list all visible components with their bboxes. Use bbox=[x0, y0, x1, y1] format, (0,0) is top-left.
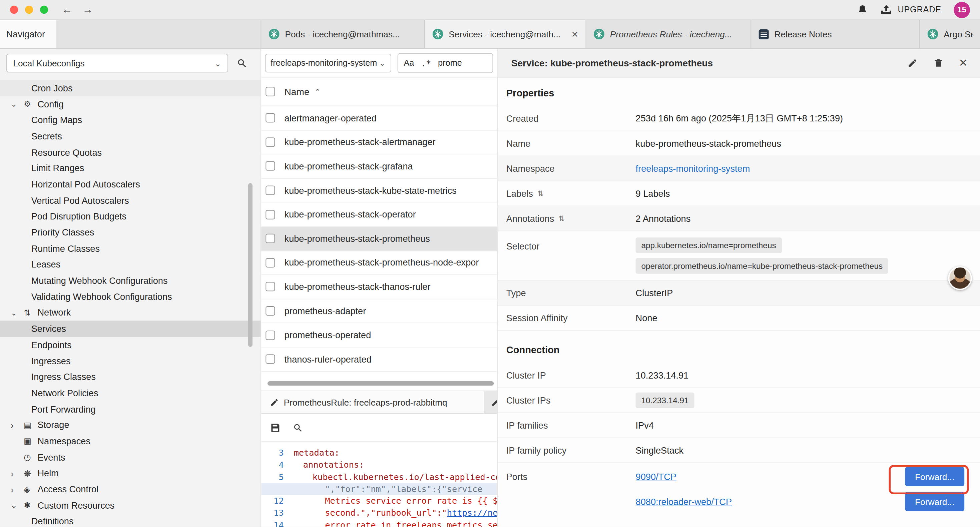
namespace-selector[interactable]: freeleaps-monitoring-system bbox=[265, 53, 391, 72]
row-checkbox[interactable] bbox=[266, 306, 275, 315]
sidebar-item[interactable]: Mutating Webhook Configurations bbox=[0, 272, 261, 288]
service-name: kube-prometheus-stack-thanos-ruler bbox=[285, 282, 431, 292]
port-link[interactable]: 8080:reloader-web/TCP bbox=[636, 497, 732, 507]
service-row[interactable]: alertmanager-operated bbox=[261, 107, 497, 131]
sidebar-item[interactable]: Config bbox=[0, 96, 261, 112]
forward-button[interactable]: → bbox=[83, 4, 93, 15]
service-row[interactable]: kube-prometheus-stack-grafana bbox=[261, 154, 497, 178]
sidebar-item[interactable]: Ingress Classes bbox=[0, 369, 261, 385]
tab-prometheus-rules[interactable]: Prometheus Rules - icecheng... bbox=[586, 20, 751, 48]
sidebar-item[interactable]: Endpoints bbox=[0, 337, 261, 353]
editor-tab-partial[interactable] bbox=[488, 391, 497, 413]
service-row[interactable]: prometheus-operated bbox=[261, 323, 497, 347]
code-text: https://net bbox=[447, 507, 497, 519]
service-row[interactable]: kube-prometheus-stack-alertmanager bbox=[261, 131, 497, 154]
cluster-ip-label: Cluster IP bbox=[497, 370, 635, 380]
sidebar-item[interactable]: Vertical Pod Autoscalers bbox=[0, 193, 261, 209]
row-checkbox[interactable] bbox=[266, 234, 275, 243]
editor-line: 14 error rate in freeleaps metrics ser bbox=[261, 519, 497, 527]
editor-line: 12 Metrics service error rate is {{ $va bbox=[261, 495, 497, 507]
close-window-button[interactable] bbox=[10, 6, 18, 14]
minimize-window-button[interactable] bbox=[25, 6, 33, 14]
sidebar-item[interactable]: Priority Classes bbox=[0, 224, 261, 240]
sidebar-item[interactable]: Resource Quotas bbox=[0, 144, 261, 160]
sidebar-item[interactable]: Horizontal Pod Autoscalers bbox=[0, 177, 261, 193]
sidebar-item[interactable]: Custom Resources bbox=[0, 497, 261, 513]
row-checkbox[interactable] bbox=[266, 258, 275, 267]
sidebar-item[interactable]: Limit Ranges bbox=[0, 160, 261, 176]
sidebar-item[interactable]: Port Forwarding bbox=[0, 401, 261, 417]
name-column-header[interactable]: Name bbox=[285, 86, 310, 97]
row-checkbox[interactable] bbox=[266, 113, 275, 123]
service-row[interactable]: kube-prometheus-stack-kube-state-metrics bbox=[261, 178, 497, 202]
match-case-toggle[interactable]: Aa bbox=[404, 58, 414, 67]
sidebar-item[interactable]: Ingresses bbox=[0, 353, 261, 369]
tab-pods[interactable]: Pods - icecheng@mathmas... bbox=[261, 20, 425, 48]
close-tab-icon[interactable] bbox=[571, 29, 578, 40]
sidebar-scrollbar[interactable] bbox=[248, 183, 253, 347]
service-row[interactable]: kube-prometheus-stack-operator bbox=[261, 203, 497, 227]
sidebar-item[interactable]: Validating Webhook Configurations bbox=[0, 289, 261, 305]
port-link[interactable]: 9090/TCP bbox=[636, 471, 676, 482]
sidebar-item[interactable]: Pod Disruption Budgets bbox=[0, 209, 261, 224]
navigator-tree: Cron Jobs Config Config Maps Secrets Res… bbox=[0, 80, 261, 527]
back-button[interactable]: ← bbox=[62, 4, 72, 15]
service-row[interactable]: kube-prometheus-stack-prometheus bbox=[261, 227, 497, 251]
editor-search-icon[interactable] bbox=[293, 423, 302, 432]
service-row[interactable]: kube-prometheus-stack-prometheus-node-ex… bbox=[261, 251, 497, 275]
service-row[interactable]: thanos-ruler-operated bbox=[261, 347, 497, 372]
namespace-link[interactable]: freeleaps-monitoring-system bbox=[636, 164, 750, 174]
sidebar-search-icon[interactable] bbox=[237, 58, 247, 68]
notifications-bell-icon[interactable] bbox=[858, 4, 868, 15]
kubeconfig-selector[interactable]: Local Kubeconfigs bbox=[6, 54, 228, 72]
sidebar-item[interactable]: Definitions bbox=[0, 513, 261, 527]
sidebar-item[interactable]: Events bbox=[0, 449, 261, 465]
search-input[interactable]: prome bbox=[438, 58, 462, 67]
sidebar-item[interactable]: Access Control bbox=[0, 481, 261, 497]
sidebar-item[interactable]: Network Policies bbox=[0, 385, 261, 401]
sidebar-item[interactable]: Network bbox=[0, 305, 261, 321]
row-checkbox[interactable] bbox=[266, 282, 275, 291]
sidebar-item[interactable]: Namespaces bbox=[0, 433, 261, 449]
editor-tab-prometheusrule[interactable]: PrometheusRule: freeleaps-prod-rabbitmq bbox=[261, 391, 484, 413]
row-checkbox[interactable] bbox=[266, 210, 275, 219]
row-checkbox[interactable] bbox=[266, 137, 275, 147]
edit-service-button[interactable] bbox=[907, 58, 917, 68]
row-checkbox[interactable] bbox=[266, 331, 275, 340]
tab-release-notes[interactable]: Release Notes bbox=[751, 20, 920, 48]
regex-toggle[interactable]: .* bbox=[421, 58, 431, 68]
sidebar-item[interactable]: Helm bbox=[0, 465, 261, 481]
row-checkbox[interactable] bbox=[266, 186, 275, 195]
sidebar-item-label: Endpoints bbox=[31, 340, 72, 350]
session-affinity-row: Session Affinity None bbox=[497, 306, 980, 331]
service-row[interactable]: kube-prometheus-stack-thanos-ruler bbox=[261, 275, 497, 299]
tab-argo[interactable]: Argo Se bbox=[920, 20, 980, 48]
upgrade-button[interactable]: UPGRADE bbox=[880, 5, 941, 15]
sidebar-item-label: Leases bbox=[31, 260, 61, 269]
sidebar-item[interactable]: Cron Jobs bbox=[0, 80, 261, 96]
forward-port-button[interactable]: Forward... bbox=[905, 467, 964, 486]
expand-collapse-icon[interactable] bbox=[538, 189, 544, 198]
notification-count-badge[interactable]: 15 bbox=[954, 2, 970, 18]
close-drawer-button[interactable] bbox=[959, 56, 967, 70]
row-checkbox[interactable] bbox=[266, 355, 275, 364]
list-search-box[interactable]: Aa .* prome bbox=[398, 53, 493, 73]
delete-service-button[interactable] bbox=[934, 58, 943, 67]
sidebar-item[interactable]: Services bbox=[0, 321, 261, 337]
save-icon[interactable] bbox=[270, 422, 280, 433]
user-avatar[interactable] bbox=[948, 266, 972, 290]
horizontal-scrollbar[interactable] bbox=[267, 381, 494, 385]
sidebar-item[interactable]: Secrets bbox=[0, 128, 261, 144]
expand-collapse-icon[interactable] bbox=[558, 214, 565, 223]
sidebar-item[interactable]: Config Maps bbox=[0, 112, 261, 128]
sidebar-item[interactable]: Runtime Classes bbox=[0, 240, 261, 256]
forward-port-button[interactable]: Forward... bbox=[905, 492, 964, 511]
select-all-checkbox[interactable] bbox=[266, 87, 275, 96]
sidebar-item[interactable]: Leases bbox=[0, 256, 261, 272]
sidebar-item[interactable]: Storage bbox=[0, 417, 261, 433]
tab-services[interactable]: Services - icecheng@math... bbox=[425, 20, 586, 48]
row-checkbox[interactable] bbox=[266, 161, 275, 171]
maximize-window-button[interactable] bbox=[40, 6, 48, 14]
service-row[interactable]: prometheus-adapter bbox=[261, 299, 497, 323]
yaml-editor[interactable]: 3 metadata: 4 annotations: 5 kubectl.kub… bbox=[261, 442, 497, 527]
